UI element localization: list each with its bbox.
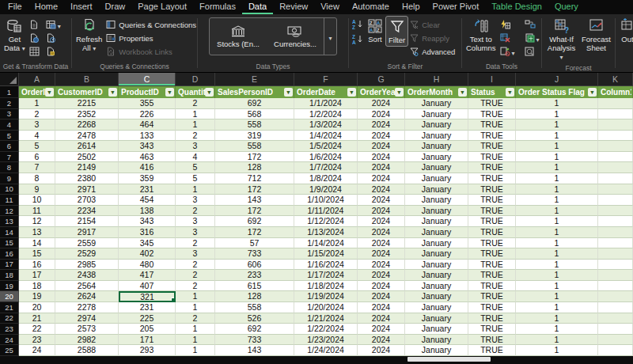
cell-G16[interactable]: 2024 xyxy=(358,248,405,260)
cell-B15[interactable]: 2559 xyxy=(55,238,119,249)
row-header-9[interactable]: 9 xyxy=(0,173,19,184)
cell-E22[interactable]: 526 xyxy=(215,313,294,324)
sort-button[interactable]: ZAAZ Sort xyxy=(365,16,385,45)
cell-E17[interactable]: 606 xyxy=(215,260,294,271)
cell-K19[interactable] xyxy=(598,281,633,292)
from-table-range-button[interactable] xyxy=(46,17,61,32)
cell-A7[interactable]: 6 xyxy=(19,152,55,163)
cell-C12[interactable]: 138 xyxy=(119,206,176,217)
filter-dropdown-icon[interactable]: ▾ xyxy=(165,88,174,97)
flash-fill-button[interactable] xyxy=(500,20,515,29)
column-header-H[interactable]: H xyxy=(405,73,468,86)
row-header-10[interactable]: 10 xyxy=(0,184,19,195)
cell-G7[interactable]: 2024 xyxy=(358,152,405,163)
filter-dropdown-icon[interactable]: ▾ xyxy=(45,88,54,97)
cell-G25[interactable]: 2024 xyxy=(358,345,405,356)
from-text-csv-button[interactable] xyxy=(29,20,40,29)
cell-I9[interactable]: TRUE xyxy=(468,173,516,184)
cell-F25[interactable]: 1/24/2024 xyxy=(294,345,358,356)
cell-I20[interactable]: TRUE xyxy=(468,291,516,302)
cell-H21[interactable]: January xyxy=(405,302,468,313)
cell-I4[interactable]: TRUE xyxy=(468,119,516,131)
row-header-4[interactable]: 4 xyxy=(0,119,19,131)
cell-I6[interactable]: TRUE xyxy=(468,141,516,152)
row-header-7[interactable]: 7 xyxy=(0,152,19,163)
cell-H12[interactable]: January xyxy=(405,206,468,217)
cell-D21[interactable]: 1 xyxy=(176,302,215,313)
cell-J8[interactable]: 1 xyxy=(516,162,598,173)
cell-F7[interactable]: 1/6/2024 xyxy=(294,152,358,163)
table-header-orderid[interactable]: OrderID▾ xyxy=(19,86,55,98)
cell-E9[interactable]: 712 xyxy=(215,173,294,184)
table-header-order-status-flag[interactable]: Order Status Flag▾ xyxy=(516,86,598,98)
cell-D11[interactable]: 3 xyxy=(176,195,215,206)
cell-B4[interactable]: 2268 xyxy=(55,119,119,131)
cell-C7[interactable]: 463 xyxy=(119,152,176,163)
table-header-column1[interactable]: Column1 xyxy=(598,86,633,98)
properties-button[interactable]: Properties xyxy=(104,32,198,44)
row-header-22[interactable]: 22 xyxy=(0,313,19,324)
cell-H14[interactable]: January xyxy=(405,227,468,238)
cell-G13[interactable]: 2024 xyxy=(358,216,405,227)
cell-G23[interactable]: 2024 xyxy=(358,324,405,335)
cell-A11[interactable]: 10 xyxy=(19,195,55,206)
cell-C13[interactable]: 343 xyxy=(119,216,176,227)
horizontal-scrollbar-thumb[interactable] xyxy=(407,357,491,362)
cell-J2[interactable]: 1 xyxy=(516,98,598,109)
cell-D23[interactable]: 1 xyxy=(176,324,215,335)
row-header-20[interactable]: 20 xyxy=(0,291,19,302)
cell-G4[interactable]: 2024 xyxy=(358,119,405,131)
cell-F22[interactable]: 1/21/2024 xyxy=(294,313,358,324)
cell-B2[interactable]: 2215 xyxy=(55,98,119,109)
cell-B11[interactable]: 2703 xyxy=(55,195,119,206)
row-header-3[interactable]: 3 xyxy=(0,109,19,120)
remove-duplicates-button[interactable] xyxy=(500,33,515,43)
text-to-columns-button[interactable]: Text toColumns xyxy=(464,16,498,54)
cell-K7[interactable] xyxy=(598,152,633,163)
cell-D4[interactable]: 1 xyxy=(176,119,215,131)
cell-G3[interactable]: 2024 xyxy=(358,109,405,120)
cell-B6[interactable]: 2614 xyxy=(55,141,119,152)
cell-E7[interactable]: 172 xyxy=(215,152,294,163)
cell-A22[interactable]: 21 xyxy=(19,313,55,324)
cell-F12[interactable]: 1/11/2024 xyxy=(294,206,358,217)
cell-J21[interactable]: 1 xyxy=(516,302,598,313)
row-header-11[interactable]: 11 xyxy=(0,195,19,206)
cell-I23[interactable]: TRUE xyxy=(468,324,516,335)
cell-E6[interactable]: 558 xyxy=(215,141,294,152)
cell-K4[interactable] xyxy=(598,119,633,131)
cell-C17[interactable]: 480 xyxy=(119,260,176,271)
row-header-25[interactable]: 25 xyxy=(0,345,19,356)
cell-K13[interactable] xyxy=(598,216,633,227)
cell-A15[interactable]: 14 xyxy=(19,238,55,249)
cell-I22[interactable]: TRUE xyxy=(468,313,516,324)
cell-E3[interactable]: 568 xyxy=(215,109,294,120)
cell-A3[interactable]: 2 xyxy=(19,109,55,120)
cell-D25[interactable]: 1 xyxy=(176,345,215,356)
cell-J11[interactable]: 1 xyxy=(516,195,598,206)
cell-I14[interactable]: TRUE xyxy=(468,227,516,238)
cell-E24[interactable]: 733 xyxy=(215,335,294,346)
column-header-G[interactable]: G xyxy=(358,73,405,86)
cell-I3[interactable]: TRUE xyxy=(468,109,516,120)
cell-I24[interactable]: TRUE xyxy=(468,335,516,346)
cell-B16[interactable]: 2529 xyxy=(55,248,119,260)
row-header-18[interactable]: 18 xyxy=(0,270,19,281)
cell-D17[interactable]: 2 xyxy=(176,260,215,271)
cell-B23[interactable]: 2573 xyxy=(55,324,119,335)
cell-G6[interactable]: 2024 xyxy=(358,141,405,152)
cell-D3[interactable]: 1 xyxy=(176,109,215,120)
cell-J25[interactable]: 1 xyxy=(516,345,598,356)
row-header-13[interactable]: 13 xyxy=(0,216,19,227)
cell-F10[interactable]: 1/9/2024 xyxy=(294,184,358,195)
cell-B20[interactable]: 2624 xyxy=(55,291,119,302)
cell-H20[interactable]: January xyxy=(405,291,468,302)
cell-G20[interactable]: 2024 xyxy=(358,291,405,302)
cell-E8[interactable]: 128 xyxy=(215,162,294,173)
cell-D9[interactable]: 5 xyxy=(176,173,215,184)
cell-G14[interactable]: 2024 xyxy=(358,227,405,238)
cell-G11[interactable]: 2024 xyxy=(358,195,405,206)
row-header-2[interactable]: 2 xyxy=(0,98,19,109)
cell-G21[interactable]: 2024 xyxy=(358,302,405,313)
column-header-F[interactable]: F xyxy=(294,73,358,86)
